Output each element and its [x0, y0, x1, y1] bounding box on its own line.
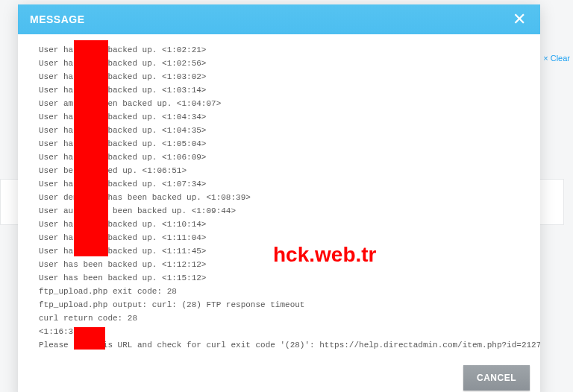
redaction-block — [74, 40, 108, 256]
log-line: User has been backed up. <1:15:12> — [39, 271, 534, 285]
log-line: User has been backed up. <1:06:09> — [39, 151, 534, 164]
log-line: ftp_upload.php exit code: 28 — [39, 285, 534, 298]
dialog-title: MESSAGE — [30, 13, 85, 25]
log-line: Please see this URL and check for curl e… — [39, 338, 534, 352]
log-line: User aurda has been backed up. <1:09:44> — [39, 204, 534, 218]
log-line: User has been backed up. <1:12:12> — [39, 258, 534, 271]
redaction-block-small — [74, 327, 105, 350]
log-line: User has been backed up. <1:02:56> — [39, 57, 534, 70]
log-line: User has been backed up. <1:05:04> — [39, 137, 534, 151]
log-line: User am has been backed up. <1:04:07> — [39, 97, 534, 110]
cancel-button[interactable]: CANCEL — [463, 365, 530, 391]
message-dialog: MESSAGE ✕ User has been backed up. <1:02… — [18, 4, 540, 392]
log-line: <1:16:38> — [39, 325, 534, 338]
log-line: User has been backed up. <1:11:04> — [39, 231, 534, 244]
dialog-header: MESSAGE ✕ — [18, 4, 540, 34]
log-line: User has been backed up. <1:07:34> — [39, 177, 534, 191]
dialog-body-wrap: User has been backed up. <1:02:21>User h… — [18, 34, 540, 358]
close-icon[interactable]: ✕ — [510, 11, 528, 28]
log-line: curl return code: 28 — [39, 312, 534, 325]
dialog-footer: CANCEL — [18, 358, 540, 392]
log-line: User has been backed up. <1:04:34> — [39, 110, 534, 124]
clear-link[interactable]: × Clear — [543, 54, 570, 63]
log-line: User has been backed up. <1:03:14> — [39, 83, 534, 97]
log-line: User been backed up. <1:06:51> — [39, 164, 534, 177]
log-line: User demirhur has been backed up. <1:08:… — [39, 191, 534, 204]
log-line: User has been backed up. <1:04:35> — [39, 124, 534, 137]
log-line: ftp_upload.php output: curl: (28) FTP re… — [39, 298, 534, 312]
log-line: User has been backed up. <1:11:45> — [39, 244, 534, 258]
log-line: User has been backed up. <1:10:14> — [39, 218, 534, 231]
log-line: User has been backed up. <1:03:02> — [39, 70, 534, 83]
log-line: User has been backed up. <1:02:21> — [39, 43, 534, 57]
